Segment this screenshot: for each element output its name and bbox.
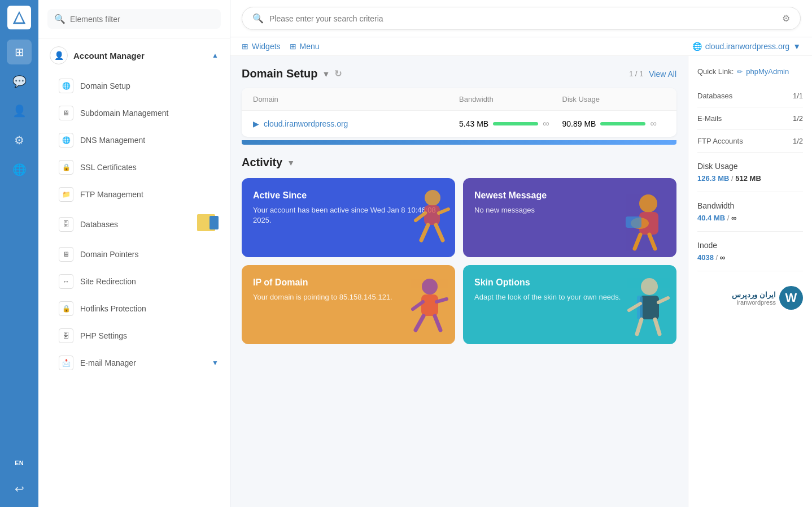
- account-manager-chevron: ▲: [212, 51, 219, 59]
- php-settings-label: PHP Settings: [80, 331, 127, 340]
- stat-databases-label: Databases: [697, 92, 732, 100]
- databases-icon: 🗄: [59, 217, 73, 232]
- bandwidth-values: 40.4 MB / ∞: [697, 214, 803, 222]
- nav-globe-icon[interactable]: 🌐: [7, 157, 32, 182]
- sidebar-item-databases[interactable]: 🗄 Databases: [38, 208, 230, 241]
- phpmyadmin-link[interactable]: phpMyAdmin: [746, 67, 789, 76]
- php-settings-icon: 🗄: [59, 328, 73, 343]
- ip-domain-card[interactable]: IP of Domain Your domain is pointing to …: [242, 265, 455, 344]
- sidebar-item-domain-pointers[interactable]: 🖥 Domain Pointers: [38, 241, 230, 268]
- icon-bar: ⊞ 💬 👤 ⚙ 🌐 EN ↩: [0, 0, 38, 507]
- inode-used-value: 4038: [697, 253, 714, 262]
- domain-value: cloud.iranwordpress.org: [264, 119, 348, 128]
- sidebar-item-hotlinks[interactable]: 🔒 Hotlinks Protection: [38, 295, 230, 322]
- bandwidth-value: 5.43 MB: [459, 119, 488, 128]
- hotlinks-label: Hotlinks Protection: [80, 304, 146, 313]
- widgets-button[interactable]: ⊞ Widgets: [242, 42, 281, 51]
- active-since-illustration: [387, 184, 455, 257]
- svg-line-23: [637, 319, 641, 334]
- sidebar-item-ssl[interactable]: 🔒 SSL Certificates: [38, 154, 230, 181]
- ssl-icon: 🔒: [59, 160, 73, 175]
- disk-usage-title: Disk Usage: [697, 162, 803, 171]
- subdomain-label: Subdomain Management: [80, 109, 168, 118]
- sidebar: 🔍 👤 Account Manager ▲ 🌐 Domain Setup 🖥 S…: [38, 0, 230, 507]
- bandwidth-used-value: 40.4 MB: [697, 214, 725, 222]
- search-input[interactable]: [70, 15, 214, 24]
- newest-message-card[interactable]: Newest Message No new messages: [463, 178, 676, 257]
- brand-text: ایران وردپرس: [732, 291, 776, 299]
- domain-name: cloud.iranwordpress.org: [705, 42, 789, 51]
- domain-chevron: ▼: [793, 42, 801, 51]
- subdomain-icon: 🖥: [59, 106, 73, 120]
- widgets-label: Widgets: [252, 42, 281, 51]
- svg-line-26: [658, 298, 668, 302]
- active-since-card[interactable]: Active Since Your account has been activ…: [242, 178, 455, 257]
- section-divider-bar: [242, 140, 676, 145]
- language-badge[interactable]: EN: [15, 460, 23, 466]
- inode-title: Inode: [697, 241, 803, 250]
- svg-line-16: [416, 316, 424, 330]
- bandwidth-section: Bandwidth 40.4 MB / ∞: [697, 192, 803, 232]
- nav-logout-icon[interactable]: ↩: [7, 476, 32, 501]
- diskusage-infinity: ∞: [650, 119, 656, 129]
- domain-setup-title: Domain Setup ▼ ↻: [242, 67, 342, 80]
- email-manager-icon: 📩: [59, 356, 73, 370]
- sidebar-item-domain-setup[interactable]: 🌐 Domain Setup: [38, 72, 230, 99]
- filter-icon[interactable]: ⚙: [782, 13, 790, 24]
- account-manager-label: Account Manager: [73, 51, 145, 60]
- nav-chat-icon[interactable]: 💬: [7, 69, 32, 94]
- svg-point-14: [422, 279, 438, 294]
- search-icon: 🔍: [252, 13, 264, 24]
- domain-selector[interactable]: 🌐 cloud.iranwordpress.org ▼: [692, 42, 801, 51]
- bandwidth-infinity: ∞: [543, 119, 549, 129]
- search-bar: 🔍 ⚙: [242, 7, 801, 30]
- domain-setup-icon: 🌐: [59, 79, 73, 93]
- widgets-grid-icon: ⊞: [242, 42, 248, 51]
- main-search-input[interactable]: [269, 14, 776, 23]
- site-redirection-icon: ↔: [59, 274, 73, 289]
- nav-settings-icon[interactable]: ⚙: [7, 128, 32, 153]
- ssl-label: SSL Certificates: [80, 163, 137, 172]
- skin-options-illustration: [609, 271, 676, 344]
- ftp-label: FTP Management: [80, 190, 143, 199]
- sidebar-item-ftp[interactable]: 📁 FTP Management: [38, 181, 230, 208]
- widget-bar-left: ⊞ Widgets ⊞ Menu: [242, 42, 320, 51]
- sidebar-item-php-settings[interactable]: 🗄 PHP Settings: [38, 322, 230, 349]
- nav-grid-icon[interactable]: ⊞: [7, 40, 32, 64]
- stat-emails-label: E-Mails: [697, 114, 722, 123]
- bandwidth-cell: 5.43 MB ∞: [459, 119, 562, 129]
- menu-button[interactable]: ⊞ Menu: [290, 42, 320, 51]
- skin-options-card[interactable]: Skin Options Adapt the look of the skin …: [463, 265, 676, 344]
- disk-total-value: 512 MB: [735, 174, 761, 183]
- activity-cards-grid: Active Since Your account has been activ…: [242, 178, 676, 344]
- svg-rect-11: [626, 216, 641, 228]
- svg-point-2: [425, 190, 440, 206]
- refresh-icon[interactable]: ↻: [334, 68, 342, 79]
- content-main: Domain Setup ▼ ↻ 1 / 1 View All Domain B…: [230, 56, 688, 507]
- sidebar-item-email-manager[interactable]: 📩 E-mail Manager ▼: [38, 349, 230, 376]
- quick-link-label: Quick Link:: [697, 67, 734, 76]
- newest-message-illustration: [609, 184, 676, 257]
- wordpress-logo: W: [779, 286, 803, 310]
- stat-row-emails: E-Mails 1/2: [697, 107, 803, 130]
- disk-usage-section: Disk Usage 126.3 MB / 512 MB: [697, 153, 803, 192]
- stat-ftp-value: 1/2: [793, 137, 803, 145]
- inode-section: Inode 4038 / ∞: [697, 232, 803, 271]
- top-search-bar: 🔍 ⚙: [230, 0, 812, 37]
- sidebar-search-container: 🔍: [38, 0, 230, 38]
- account-manager-header[interactable]: 👤 Account Manager ▲: [38, 38, 230, 72]
- view-all-link[interactable]: View All: [649, 70, 676, 79]
- activity-header: Activity ▼: [242, 156, 676, 169]
- sidebar-item-dns[interactable]: 🌐 DNS Management: [38, 127, 230, 154]
- stat-databases-value: 1/1: [793, 92, 803, 100]
- edit-icon[interactable]: ✏: [737, 68, 743, 76]
- domain-cell[interactable]: ▶ cloud.iranwordpress.org: [253, 119, 459, 128]
- svg-rect-21: [640, 296, 659, 319]
- bandwidth-title: Bandwidth: [697, 201, 803, 210]
- sidebar-item-site-redirection[interactable]: ↔ Site Redirection: [38, 268, 230, 295]
- stat-row-ftp: FTP Accounts 1/2: [697, 130, 803, 153]
- domain-setup-header: Domain Setup ▼ ↻ 1 / 1 View All: [242, 67, 676, 80]
- sidebar-item-subdomain[interactable]: 🖥 Subdomain Management: [38, 99, 230, 127]
- domain-setup-title-text: Domain Setup: [242, 67, 317, 80]
- nav-user-icon[interactable]: 👤: [7, 98, 32, 123]
